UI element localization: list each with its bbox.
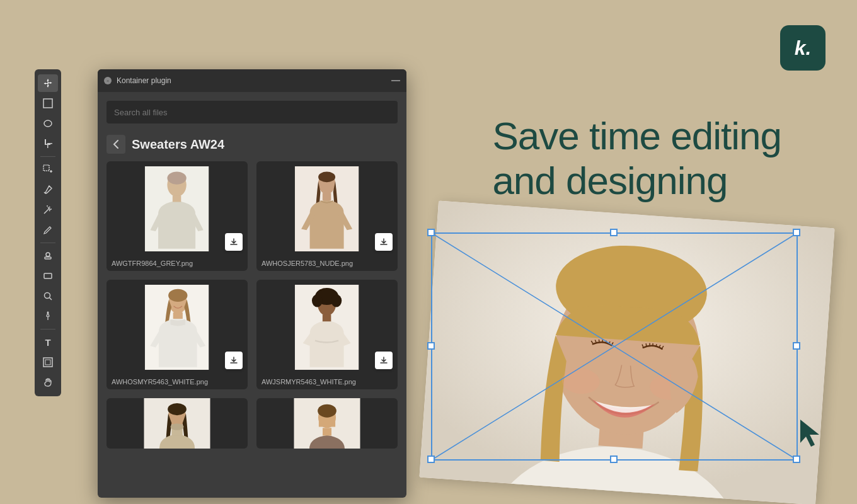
canvas-area (410, 0, 857, 504)
image-thumb-5-partial (106, 398, 248, 449)
cursor-icon (797, 416, 822, 450)
panel-titlebar: × Kontainer plugin (98, 69, 406, 92)
svg-rect-9 (45, 360, 50, 365)
image-name-4: AWJSRMYR5463_WHITE.png (256, 374, 398, 389)
tool-pencil[interactable] (38, 221, 58, 239)
search-area (98, 92, 406, 130)
svg-point-35 (318, 404, 336, 418)
back-button[interactable] (106, 135, 125, 154)
folder-nav: Sweaters AW24 (98, 130, 406, 161)
download-button-1[interactable] (225, 233, 243, 251)
tool-lasso[interactable] (38, 115, 58, 132)
toolbar-separator-2 (40, 243, 55, 243)
image-name-1: AWGTFR9864_GREY.png (106, 256, 248, 271)
tool-frame[interactable] (38, 94, 58, 112)
svg-rect-17 (323, 193, 331, 200)
toolbar: T (35, 69, 61, 396)
image-grid-partial (98, 398, 406, 449)
image-thumb-4 (256, 280, 398, 374)
tool-crop[interactable] (38, 135, 58, 152)
tool-hand[interactable] (38, 374, 58, 391)
tool-eyedropper[interactable] (38, 181, 58, 198)
tool-rectangle[interactable] (38, 267, 58, 285)
search-input[interactable] (106, 101, 398, 123)
download-button-2[interactable] (375, 233, 393, 251)
download-icon-2 (379, 238, 388, 246)
model-white2-svg (270, 285, 383, 370)
image-name-3: AWHOSMYR5463_WHITE.png (106, 374, 248, 389)
tool-stamp[interactable] (38, 247, 58, 265)
plugin-panel: × Kontainer plugin Sweaters AW24 (98, 69, 406, 498)
svg-point-26 (331, 294, 342, 307)
folder-name: Sweaters AW24 (132, 137, 224, 152)
tool-magic-wand[interactable] (38, 201, 58, 219)
tool-select-plus[interactable] (38, 161, 58, 178)
tool-pen[interactable] (38, 307, 58, 325)
tool-zoom[interactable] (38, 287, 58, 305)
image-thumb-2 (256, 161, 398, 256)
svg-point-7 (47, 312, 49, 314)
model-white-svg (120, 285, 233, 370)
svg-rect-50 (428, 229, 434, 236)
image-thumb-3 (106, 280, 248, 374)
image-thumb-6-partial (256, 398, 398, 449)
image-grid: AWGTFR9864_GREY.png (98, 161, 406, 389)
tool-frame2[interactable] (38, 353, 58, 371)
svg-rect-36 (319, 421, 326, 427)
svg-point-12 (168, 171, 187, 184)
svg-point-3 (46, 253, 50, 256)
panel-title: Kontainer plugin (117, 76, 171, 85)
svg-point-20 (169, 289, 188, 301)
svg-rect-2 (43, 165, 49, 171)
model-tan-partial-svg (256, 398, 398, 449)
svg-point-25 (312, 294, 323, 307)
svg-rect-0 (43, 99, 52, 108)
toolbar-separator-1 (40, 156, 55, 157)
svg-rect-13 (173, 195, 181, 202)
tool-move[interactable] (38, 74, 58, 92)
panel-minimize-button[interactable] (391, 80, 400, 81)
svg-rect-8 (43, 358, 52, 367)
model-grey-svg (120, 166, 233, 251)
woman-photo (419, 201, 834, 504)
svg-rect-21 (173, 312, 183, 318)
image-name-2: AWHOSJER5783_NUDE.png (256, 256, 398, 271)
toolbar-separator-3 (40, 329, 55, 329)
download-icon-3 (229, 356, 238, 365)
image-card-1[interactable]: AWGTFR9864_GREY.png (106, 161, 248, 271)
svg-rect-27 (323, 314, 331, 321)
svg-point-1 (44, 120, 52, 127)
image-card-3[interactable]: AWHOSMYR5463_WHITE.png (106, 280, 248, 389)
svg-rect-5 (44, 273, 52, 278)
svg-point-16 (319, 171, 336, 182)
cursor-svg (797, 416, 822, 448)
download-button-4[interactable] (375, 352, 393, 369)
tool-text[interactable]: T (38, 333, 58, 351)
svg-point-32 (171, 423, 184, 430)
svg-point-30 (168, 403, 187, 415)
svg-rect-37 (328, 421, 335, 427)
image-card-4[interactable]: AWJSRMYR5463_WHITE.png (256, 280, 398, 389)
download-icon-4 (379, 356, 388, 365)
back-icon (113, 140, 119, 149)
svg-rect-38 (323, 428, 331, 435)
image-card-6-partial[interactable] (256, 398, 398, 449)
svg-point-6 (45, 293, 50, 299)
text-tool-label: T (45, 337, 50, 348)
download-icon-1 (229, 238, 238, 246)
model-nude-svg (270, 166, 383, 251)
panel-close-button[interactable]: × (104, 77, 112, 84)
woman-portrait-svg (419, 201, 834, 504)
svg-rect-4 (45, 257, 51, 259)
download-button-3[interactable] (225, 352, 243, 369)
image-card-5-partial[interactable] (106, 398, 248, 449)
image-card-2[interactable]: AWHOSJER5783_NUDE.png (256, 161, 398, 271)
image-thumb-1 (106, 161, 248, 256)
model-brown-partial-svg (106, 398, 248, 449)
